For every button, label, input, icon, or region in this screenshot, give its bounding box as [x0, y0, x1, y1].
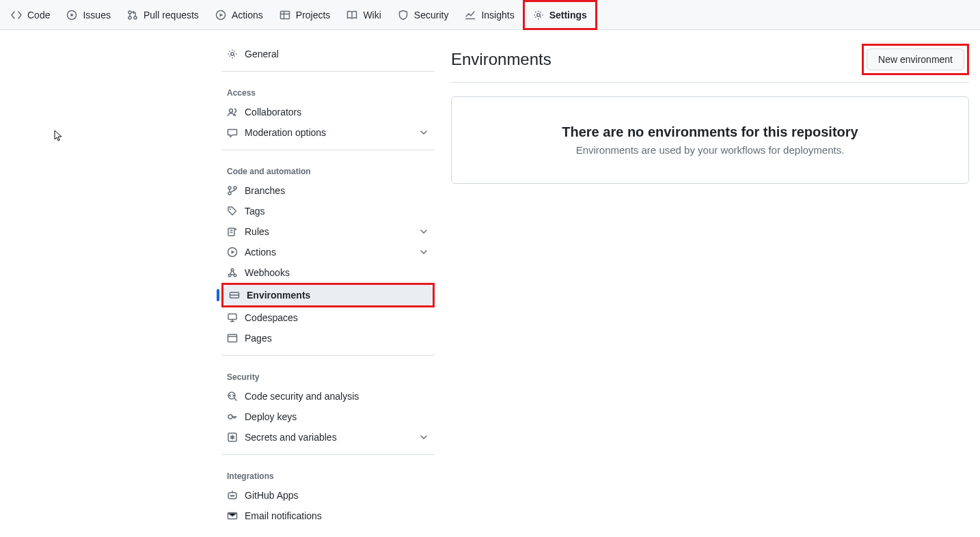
book-icon — [346, 10, 357, 20]
sidebar-item-label: Actions — [245, 247, 276, 258]
repo-tab-actions[interactable]: Actions — [207, 1, 271, 29]
repo-tab-insights[interactable]: Insights — [457, 1, 522, 29]
settings-sidebar: GeneralAccessCollaboratorsModeration opt… — [221, 44, 435, 526]
sidebar-item-rules[interactable]: Rules — [221, 221, 435, 242]
sidebar-item-label: Tags — [245, 206, 265, 217]
repo-tab-label: Actions — [232, 10, 263, 20]
repo-tab-security[interactable]: Security — [390, 1, 457, 29]
issue-icon — [66, 10, 77, 20]
page-title: Environments — [451, 50, 552, 69]
sidebar-item-label: Code security and analysis — [245, 391, 359, 402]
sidebar-item-branches[interactable]: Branches — [221, 180, 435, 201]
sidebar-item-email[interactable]: Email notifications — [221, 506, 435, 526]
sidebar-item-tags[interactable]: Tags — [221, 201, 435, 221]
sidebar-item-label: Codespaces — [245, 312, 298, 323]
sidebar-item-label: Webhooks — [245, 267, 290, 278]
main-header: Environments New environment — [451, 44, 969, 83]
chevron-down-icon — [418, 247, 429, 258]
code-icon — [11, 10, 22, 20]
sidebar-item-pages[interactable]: Pages — [221, 328, 435, 348]
sidebar-item-label: Branches — [245, 185, 285, 196]
repo-tab-projects[interactable]: Projects — [271, 1, 339, 29]
sidebar-section-title: Access — [221, 79, 435, 102]
sidebar-item-label: GitHub Apps — [245, 490, 299, 501]
chevron-down-icon — [418, 127, 429, 138]
repo-tab-code[interactable]: Code — [3, 1, 58, 29]
repo-tab-label: Projects — [296, 10, 331, 20]
settings-layout: GeneralAccessCollaboratorsModeration opt… — [0, 30, 980, 537]
sidebar-general[interactable]: General — [221, 44, 435, 64]
sidebar-section-title: Integrations — [221, 462, 435, 485]
new-environment-button[interactable]: New environment — [867, 49, 964, 70]
comment-icon — [227, 127, 238, 138]
server-icon — [229, 290, 240, 301]
sidebar-item-label: Email notifications — [245, 510, 322, 521]
repo-tab-label: Insights — [481, 10, 514, 20]
play-icon — [215, 10, 226, 20]
hubot-icon — [227, 490, 238, 501]
sidebar-item-deploykeys[interactable]: Deploy keys — [221, 407, 435, 427]
webhook-icon — [227, 267, 238, 278]
gear-icon — [533, 10, 544, 20]
repo-tab-label: Issues — [83, 10, 110, 20]
codescan-icon — [227, 391, 238, 402]
sidebar-item-label: Secrets and variables — [245, 432, 337, 443]
sidebar-item-label: General — [245, 49, 279, 59]
repo-tab-pull[interactable]: Pull requests — [119, 1, 207, 29]
sidebar-item-label: Environments — [247, 290, 310, 301]
highlight-settings-tab: Settings — [523, 0, 597, 30]
sidebar-item-label: Deploy keys — [245, 411, 297, 422]
highlight-environments-item: Environments — [221, 283, 435, 307]
tag-icon — [227, 206, 238, 217]
sidebar-section-title: Code and automation — [221, 157, 435, 180]
repo-tab-wiki[interactable]: Wiki — [338, 1, 389, 29]
sidebar-section-title: Security — [221, 363, 435, 386]
branch-icon — [227, 185, 238, 196]
repo-nav: CodeIssuesPull requestsActionsProjectsWi… — [0, 0, 980, 30]
sidebar-item-label: Rules — [245, 226, 269, 237]
browser-icon — [227, 333, 238, 344]
sidebar-item-webhooks[interactable]: Webhooks — [221, 262, 435, 283]
shield-icon — [398, 10, 409, 20]
graph-icon — [465, 10, 476, 20]
sidebar-item-ghapps[interactable]: GitHub Apps — [221, 485, 435, 506]
sidebar-item-codesec[interactable]: Code security and analysis — [221, 386, 435, 407]
sidebar-item-moderation[interactable]: Moderation options — [221, 122, 435, 143]
sidebar-item-label: Pages — [245, 333, 272, 344]
settings-main: Environments New environment There are n… — [451, 44, 969, 526]
sidebar-item-label: Moderation options — [245, 127, 326, 138]
rules-icon — [227, 226, 238, 237]
play-icon — [227, 247, 238, 258]
repo-tab-label: Security — [414, 10, 449, 20]
sidebar-item-environments[interactable]: Environments — [223, 285, 433, 305]
key-icon — [227, 411, 238, 422]
empty-state: There are no environments for this repos… — [451, 96, 969, 184]
codespaces-icon — [227, 312, 238, 323]
chevron-down-icon — [418, 432, 429, 443]
repo-tab-label: Settings — [549, 10, 587, 20]
sidebar-item-label: Collaborators — [245, 107, 301, 118]
repo-tab-label: Wiki — [363, 10, 381, 20]
repo-tab-issues[interactable]: Issues — [58, 1, 118, 29]
empty-state-heading: There are no environments for this repos… — [474, 124, 947, 140]
sidebar-item-actions[interactable]: Actions — [221, 242, 435, 262]
asterisk-icon — [227, 432, 238, 443]
chevron-down-icon — [418, 226, 429, 237]
highlight-new-environment: New environment — [862, 44, 969, 75]
repo-tab-settings[interactable]: Settings — [525, 2, 595, 28]
gear-icon — [227, 49, 238, 59]
empty-state-subtext: Environments are used by your workflows … — [474, 144, 947, 156]
sidebar-item-secrets[interactable]: Secrets and variables — [221, 427, 435, 448]
repo-tab-label: Pull requests — [144, 10, 199, 20]
table-icon — [280, 10, 290, 20]
pr-icon — [127, 10, 138, 20]
sidebar-item-collaborators[interactable]: Collaborators — [221, 102, 435, 122]
repo-tab-label: Code — [27, 10, 50, 20]
people-icon — [227, 107, 238, 118]
sidebar-item-codespaces[interactable]: Codespaces — [221, 307, 435, 328]
mail-icon — [227, 510, 238, 521]
